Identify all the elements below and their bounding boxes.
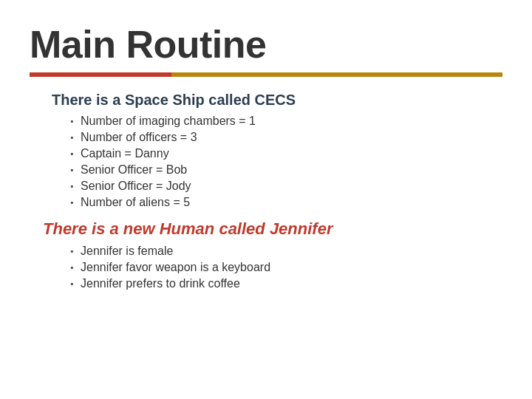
section1-bullet-list: Number of imaging chambers = 1Number of … xyxy=(70,115,502,209)
section2-block: There is a new Human called Jennifer Jen… xyxy=(30,219,502,290)
list-item: Jennifer prefers to drink coffee xyxy=(70,277,502,290)
list-item: Number of aliens = 5 xyxy=(70,196,502,209)
list-item: Number of officers = 3 xyxy=(70,131,502,144)
list-item: Jennifer favor weapon is a keyboard xyxy=(70,261,502,274)
section1-block: There is a Space Ship called CECS Number… xyxy=(30,92,502,209)
section2-heading: There is a new Human called Jennifer xyxy=(43,219,502,239)
list-item: Senior Officer = Jody xyxy=(70,180,502,193)
slide-title: Main Routine xyxy=(30,22,502,66)
section1-heading: There is a Space Ship called CECS xyxy=(52,92,502,109)
section2-bullet-list: Jennifer is femaleJennifer favor weapon … xyxy=(70,245,502,290)
slide: Main Routine There is a Space Ship calle… xyxy=(0,0,532,399)
list-item: Jennifer is female xyxy=(70,245,502,258)
list-item: Number of imaging chambers = 1 xyxy=(70,115,502,128)
accent-bar xyxy=(30,72,502,77)
list-item: Senior Officer = Bob xyxy=(70,163,502,177)
list-item: Captain = Danny xyxy=(70,147,502,160)
